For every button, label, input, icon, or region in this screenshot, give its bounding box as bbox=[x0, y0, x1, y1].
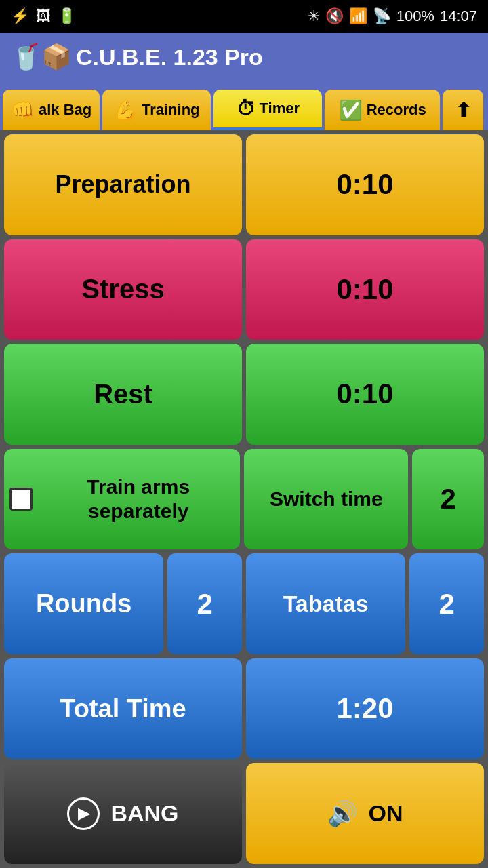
tab-timer[interactable]: ⏱ Timer bbox=[214, 90, 322, 130]
tabatas-label: Tabatas bbox=[283, 591, 369, 617]
mute-icon: 🔇 bbox=[325, 7, 344, 25]
rounds-label: Rounds bbox=[36, 589, 131, 618]
bang-cell[interactable]: ▶ BANG bbox=[4, 763, 242, 864]
battery-percent: 100% bbox=[396, 7, 434, 25]
tab-walk-bag[interactable]: 👊 alk Bag bbox=[3, 90, 100, 130]
train-arms-row: Train arms separately Switch time 2 bbox=[4, 449, 484, 550]
tab-training[interactable]: 💪 Training bbox=[102, 90, 211, 130]
walk-bag-icon: 👊 bbox=[11, 99, 35, 121]
total-time-value-cell[interactable]: 1:20 bbox=[246, 658, 484, 760]
wifi-icon: 📶 bbox=[349, 7, 367, 25]
train-arms-cell[interactable]: Train arms separately bbox=[4, 449, 240, 550]
train-arms-checkbox[interactable] bbox=[9, 488, 33, 511]
sound-cell[interactable]: 🔊 ON bbox=[246, 763, 484, 864]
tab-records-label: Records bbox=[367, 101, 426, 119]
app-title: C.U.B.E. 1.23 Pro bbox=[76, 44, 263, 71]
tabatas-label-cell[interactable]: Tabatas bbox=[246, 553, 405, 654]
tabatas-value-cell[interactable]: 2 bbox=[409, 553, 484, 654]
stress-value: 0:10 bbox=[336, 273, 393, 306]
switch-time-cell[interactable]: Switch time bbox=[244, 449, 408, 550]
training-icon: 💪 bbox=[114, 99, 138, 121]
switch-time-value: 2 bbox=[440, 483, 455, 515]
status-icons-left: ⚡ 🖼 🔋 bbox=[11, 7, 76, 25]
status-icons-right: ✳ 🔇 📶 📡 100% 14:07 bbox=[308, 7, 477, 25]
timer-icon: ⏱ bbox=[237, 98, 256, 120]
rest-label-cell[interactable]: Rest bbox=[4, 344, 242, 445]
tab-up[interactable]: ⬆ bbox=[443, 90, 483, 130]
play-button[interactable]: ▶ bbox=[67, 797, 100, 830]
total-time-value: 1:20 bbox=[336, 692, 393, 725]
rest-label: Rest bbox=[94, 379, 152, 410]
stress-row: Stress 0:10 bbox=[4, 239, 484, 340]
tab-records[interactable]: ✅ Records bbox=[325, 90, 440, 130]
usb-icon: ⚡ bbox=[11, 7, 29, 25]
switch-time-value-cell[interactable]: 2 bbox=[412, 449, 484, 550]
rounds-label-cell[interactable]: Rounds bbox=[4, 553, 163, 654]
status-bar: ⚡ 🖼 🔋 ✳ 🔇 📶 📡 100% 14:07 bbox=[0, 0, 488, 33]
bang-label: BANG bbox=[110, 800, 178, 827]
bottom-row: ▶ BANG 🔊 ON bbox=[4, 763, 484, 864]
rounds-value-cell[interactable]: 2 bbox=[167, 553, 242, 654]
tab-bar: 👊 alk Bag 💪 Training ⏱ Timer ✅ Records ⬆ bbox=[0, 81, 488, 130]
stress-label-cell[interactable]: Stress bbox=[4, 239, 242, 340]
clock: 14:07 bbox=[440, 7, 477, 25]
switch-time-label: Switch time bbox=[270, 488, 383, 511]
total-time-row: Total Time 1:20 bbox=[4, 658, 484, 760]
tab-timer-label: Timer bbox=[260, 100, 300, 117]
rest-value: 0:10 bbox=[336, 378, 393, 410]
sound-label: ON bbox=[369, 800, 403, 827]
app-icon: 🥤📦 bbox=[11, 43, 72, 71]
sound-icon: 🔊 bbox=[327, 800, 358, 828]
stress-label: Stress bbox=[81, 274, 164, 304]
rest-row: Rest 0:10 bbox=[4, 344, 484, 445]
rounds-value: 2 bbox=[197, 588, 212, 620]
preparation-row: Preparation 0:10 bbox=[4, 134, 484, 235]
up-icon: ⬆ bbox=[455, 99, 471, 121]
bluetooth-icon: ✳ bbox=[308, 7, 320, 25]
train-arms-label: Train arms separately bbox=[42, 475, 235, 524]
preparation-label: Preparation bbox=[55, 170, 190, 199]
tab-training-label: Training bbox=[142, 101, 200, 119]
preparation-value: 0:10 bbox=[336, 168, 393, 201]
rounds-row: Rounds 2 Tabatas 2 bbox=[4, 553, 484, 654]
image-icon: 🖼 bbox=[36, 7, 51, 25]
total-time-label: Total Time bbox=[60, 694, 186, 724]
signal-icon: 📡 bbox=[373, 7, 391, 25]
preparation-label-cell[interactable]: Preparation bbox=[4, 134, 242, 235]
app-header: 🥤📦 C.U.B.E. 1.23 Pro bbox=[0, 33, 488, 81]
tab-walk-bag-label: alk Bag bbox=[39, 101, 92, 119]
battery-saver-icon: 🔋 bbox=[58, 7, 76, 25]
stress-value-cell[interactable]: 0:10 bbox=[246, 239, 484, 340]
records-icon: ✅ bbox=[339, 99, 363, 121]
main-content: Preparation 0:10 Stress 0:10 Rest 0:10 T… bbox=[0, 130, 488, 868]
preparation-value-cell[interactable]: 0:10 bbox=[246, 134, 484, 235]
total-time-label-cell[interactable]: Total Time bbox=[4, 658, 242, 760]
rest-value-cell[interactable]: 0:10 bbox=[246, 344, 484, 445]
tabatas-value: 2 bbox=[439, 588, 454, 620]
